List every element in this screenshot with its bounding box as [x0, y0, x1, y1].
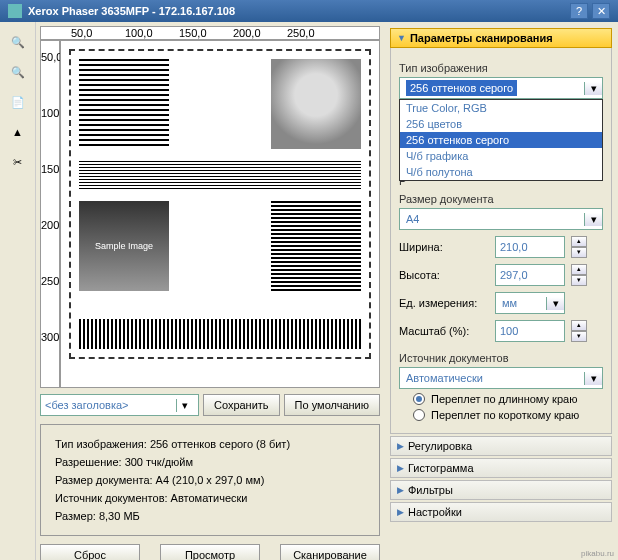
watermark: pikabu.ru — [581, 549, 614, 558]
width-spinner[interactable]: ▴▾ — [571, 236, 587, 258]
mirror-icon: ▲ — [12, 126, 23, 138]
height-label: Высота: — [399, 269, 489, 281]
left-panel: 50,0 100,0 150,0 200,0 250,0 50,0100,015… — [36, 22, 384, 560]
zoom-in-tool[interactable]: 🔍 — [4, 28, 32, 56]
window-title: Xerox Phaser 3635MFP - 172.16.167.108 — [28, 5, 570, 17]
preview-button[interactable]: Просмотр — [160, 544, 260, 560]
section-filters[interactable]: ▶ Фильтры — [390, 480, 612, 500]
zoom-out-tool[interactable]: 🔍 — [4, 58, 32, 86]
units-label: Ед. измерения: — [399, 297, 489, 309]
source-select[interactable]: Автоматически ▾ — [399, 367, 603, 389]
chevron-down-icon: ▾ — [546, 297, 564, 310]
source-label: Источник документов — [399, 352, 603, 364]
dropdown-item[interactable]: 256 оттенков серого — [400, 132, 602, 148]
dropdown-item[interactable]: Ч/б графика — [400, 148, 602, 164]
preview-image: Sample Image — [69, 49, 371, 359]
width-input[interactable]: 210,0 — [495, 236, 565, 258]
info-panel: Тип изображения: 256 оттенков серого (8 … — [40, 424, 380, 536]
section-adjust[interactable]: ▶ Регулировка — [390, 436, 612, 456]
radio-icon — [413, 409, 425, 421]
image-type-dropdown: True Color, RGB 256 цветов 256 оттенков … — [399, 99, 603, 181]
height-spinner[interactable]: ▴▾ — [571, 264, 587, 286]
section-histogram[interactable]: ▶ Гистограмма — [390, 458, 612, 478]
chevron-right-icon: ▶ — [397, 463, 404, 473]
toolbar: 🔍 🔍 📄 ▲ ✂ — [0, 22, 36, 560]
ruler-vertical: 50,0100,0150,0 200,0250,0300,0 — [40, 40, 60, 388]
chevron-down-icon: ▾ — [176, 399, 194, 412]
image-type-label: Тип изображения — [399, 62, 603, 74]
preview-area[interactable]: Sample Image — [60, 40, 380, 388]
info-source: Источник документов: Автоматически — [55, 489, 365, 507]
crop-icon: ✂ — [13, 156, 22, 169]
rotate-icon: 📄 — [11, 96, 25, 109]
doc-size-select[interactable]: A4 ▾ — [399, 208, 603, 230]
scale-input[interactable]: 100 — [495, 320, 565, 342]
reset-button[interactable]: Сброс — [40, 544, 140, 560]
zoom-out-icon: 🔍 — [11, 66, 25, 79]
scale-label: Масштаб (%): — [399, 325, 489, 337]
ruler-horizontal: 50,0 100,0 150,0 200,0 250,0 — [40, 26, 380, 40]
help-button[interactable]: ? — [570, 3, 588, 19]
dropdown-item[interactable]: Ч/б полутона — [400, 164, 602, 180]
save-button[interactable]: Сохранить — [203, 394, 280, 416]
app-icon — [8, 4, 22, 18]
section-settings[interactable]: ▶ Настройки — [390, 502, 612, 522]
bind-long-radio[interactable]: Переплет по длинному краю — [413, 393, 603, 405]
dropdown-item[interactable]: True Color, RGB — [400, 100, 602, 116]
radio-icon — [413, 393, 425, 405]
info-doc-size: Размер документа: A4 (210,0 x 297,0 мм) — [55, 471, 365, 489]
units-select[interactable]: мм ▾ — [495, 292, 565, 314]
scale-spinner[interactable]: ▴▾ — [571, 320, 587, 342]
titlebar: Xerox Phaser 3635MFP - 172.16.167.108 ? … — [0, 0, 618, 22]
info-size: Размер: 8,30 МБ — [55, 507, 365, 525]
width-label: Ширина: — [399, 241, 489, 253]
scan-params-header[interactable]: ▼ Параметры сканирования — [390, 28, 612, 48]
default-button[interactable]: По умолчанию — [284, 394, 380, 416]
rotate-tool[interactable]: 📄 — [4, 88, 32, 116]
info-image-type: Тип изображения: 256 оттенков серого (8 … — [55, 435, 365, 453]
chevron-down-icon: ▼ — [397, 33, 406, 43]
right-panel: ▼ Параметры сканирования Тип изображения… — [384, 22, 618, 560]
mirror-tool[interactable]: ▲ — [4, 118, 32, 146]
chevron-right-icon: ▶ — [397, 507, 404, 517]
info-resolution: Разрешение: 300 тчк/дюйм — [55, 453, 365, 471]
chevron-right-icon: ▶ — [397, 441, 404, 451]
preset-value: <без заголовка> — [45, 399, 176, 411]
sample-image-label: Sample Image — [79, 201, 169, 291]
doc-size-label: Размер документа — [399, 193, 603, 205]
preset-select[interactable]: <без заголовка> ▾ — [40, 394, 199, 416]
height-input[interactable]: 297,0 — [495, 264, 565, 286]
crop-tool[interactable]: ✂ — [4, 148, 32, 176]
image-type-select[interactable]: 256 оттенков серого ▾ True Color, RGB 25… — [399, 77, 603, 99]
chevron-down-icon: ▾ — [584, 213, 602, 226]
chevron-right-icon: ▶ — [397, 485, 404, 495]
chevron-down-icon: ▾ — [584, 372, 602, 385]
zoom-in-icon: 🔍 — [11, 36, 25, 49]
chevron-down-icon: ▾ — [584, 82, 602, 95]
bind-short-radio[interactable]: Переплет по короткому краю — [413, 409, 603, 421]
close-button[interactable]: ✕ — [592, 3, 610, 19]
dropdown-item[interactable]: 256 цветов — [400, 116, 602, 132]
scan-button[interactable]: Сканирование — [280, 544, 380, 560]
